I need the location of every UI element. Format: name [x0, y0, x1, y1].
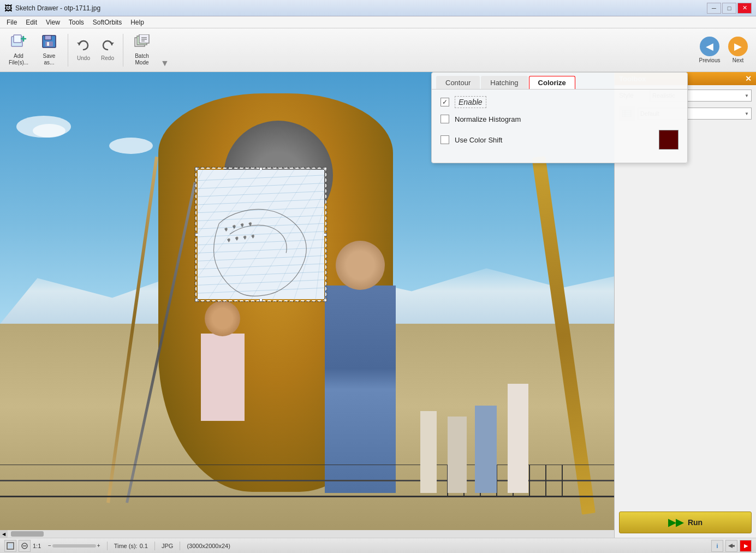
normalize-row: Normalize Histogram — [440, 115, 678, 123]
redo-icon — [101, 39, 114, 55]
person-body — [325, 286, 396, 493]
youtube-button[interactable]: ▶ — [740, 540, 752, 552]
batch-icon — [134, 34, 150, 52]
nav-area: ◀ Previous ▶ Next — [696, 32, 752, 69]
run-label: Run — [688, 518, 703, 527]
normalize-label: Normalize Histogram — [455, 115, 521, 123]
main-area: ▲ ▼ ◀ ▶ Contour Hatching Colorize — [0, 72, 756, 538]
previous-button[interactable]: ◀ Previous — [696, 32, 723, 69]
child-body — [201, 334, 245, 421]
color-shift-label: Use Color Shift — [455, 136, 502, 144]
run-button[interactable]: ▶▶ Run — [619, 512, 752, 533]
zoom-slider[interactable] — [52, 544, 96, 548]
save-icon — [41, 34, 57, 52]
menu-file[interactable]: File — [2, 17, 21, 27]
color-shift-checkbox[interactable] — [440, 135, 449, 144]
status-right-buttons: i ▶ — [711, 540, 752, 552]
svg-marker-6 — [77, 43, 81, 45]
panel-tabs: Contour Hatching Colorize — [432, 73, 687, 90]
format-value: JPG — [162, 543, 173, 549]
tab-colorize[interactable]: Colorize — [529, 76, 575, 89]
window-controls: ─ □ ✕ — [707, 3, 752, 14]
check-mark: ✓ — [442, 98, 448, 106]
title-bar: 🖼 Sketch Drawer - otp-1711.jpg ─ □ ✕ — [0, 0, 756, 16]
color-swatch[interactable] — [659, 130, 678, 150]
menu-softorbits[interactable]: SoftOrbits — [88, 17, 126, 27]
save-label: Saveas... — [43, 53, 56, 66]
time-value: 0.1 — [140, 543, 148, 549]
info-button[interactable]: i — [711, 540, 723, 552]
enable-checkbox[interactable]: ✓ — [440, 98, 449, 106]
svg-rect-54 — [8, 544, 13, 548]
next-icon: ▶ — [728, 37, 748, 56]
zoom-in-button[interactable]: + — [97, 543, 100, 549]
maximize-button[interactable]: □ — [722, 3, 736, 14]
tab-contour[interactable]: Contour — [436, 76, 480, 89]
zoom-section: 1:1 − + — [4, 540, 100, 552]
bg-person-1 — [420, 411, 437, 493]
minimize-button[interactable]: ─ — [707, 3, 721, 14]
tab-hatching[interactable]: Hatching — [481, 76, 527, 89]
person-head — [336, 241, 385, 290]
toolbar-more-arrow[interactable]: ▼ — [158, 57, 171, 69]
redo-button[interactable]: Redo — [97, 32, 118, 69]
status-divider-3 — [180, 542, 180, 550]
zoom-out-button[interactable]: − — [48, 543, 51, 549]
color-shift-row: Use Color Shift — [440, 130, 678, 150]
status-divider-2 — [154, 542, 155, 550]
child-head — [205, 301, 240, 336]
enable-label: Enable — [455, 96, 486, 108]
undo-button[interactable]: Undo — [73, 32, 94, 69]
menu-edit[interactable]: Edit — [21, 17, 41, 27]
bg-person-3 — [475, 406, 497, 493]
next-button[interactable]: ▶ Next — [724, 32, 752, 69]
next-label: Next — [733, 57, 744, 63]
toolbox-close-button[interactable]: ✕ — [745, 74, 752, 83]
colorize-panel: Contour Hatching Colorize ✓ Enable Norma… — [431, 72, 688, 163]
cloud-2 — [33, 124, 66, 138]
bg-person-4 — [508, 384, 528, 493]
gorilla-head — [224, 121, 333, 230]
status-divider-1 — [107, 542, 108, 550]
previous-icon: ◀ — [700, 37, 719, 56]
menu-help[interactable]: Help — [126, 17, 148, 27]
svg-rect-3 — [45, 35, 51, 40]
toolbox-spacer — [615, 301, 756, 508]
batch-label: BatchMode — [135, 53, 149, 66]
share-button[interactable] — [725, 540, 737, 552]
enable-row: ✓ Enable — [440, 96, 678, 108]
toolbar-sep-1 — [68, 34, 68, 67]
toolbar-sep-2 — [123, 34, 123, 67]
undo-icon — [77, 39, 90, 55]
redo-label: Redo — [101, 55, 114, 61]
zoom-controls: − + — [48, 543, 100, 549]
menu-tools[interactable]: Tools — [64, 17, 88, 27]
close-button[interactable]: ✕ — [737, 3, 752, 14]
batch-mode-button[interactable]: BatchMode — [128, 32, 156, 69]
presets-dropdown-arrow: ▼ — [745, 111, 749, 116]
scroll-left-arrow[interactable]: ◀ — [0, 530, 8, 538]
svg-rect-1 — [14, 35, 21, 43]
window-title: Sketch Drawer - otp-1711.jpg — [15, 4, 707, 12]
scroll-thumb-horizontal[interactable] — [11, 531, 44, 537]
actual-size-button[interactable] — [19, 540, 31, 552]
app-icon: 🖼 — [4, 4, 12, 13]
svg-marker-7 — [110, 43, 114, 45]
zoom-value: 1:1 — [33, 543, 46, 549]
menu-view[interactable]: View — [41, 17, 64, 27]
bg-person-2 — [448, 417, 467, 493]
save-as-button[interactable]: Saveas... — [35, 32, 63, 69]
time-label: Time (s): — [114, 543, 138, 549]
dimensions-value: (3000x2000x24) — [187, 543, 230, 549]
previous-label: Previous — [699, 57, 721, 63]
status-bar: 1:1 − + Time (s): 0.1 JPG (3000x2000x24)… — [0, 538, 756, 553]
add-files-label: AddFile(s)... — [9, 53, 28, 66]
style-dropdown-arrow: ▼ — [745, 93, 749, 98]
normalize-checkbox[interactable] — [440, 115, 449, 123]
run-icon: ▶▶ — [668, 516, 683, 528]
add-files-button[interactable]: AddFile(s)... — [4, 32, 33, 69]
menu-bar: File Edit View Tools SoftOrbits Help — [0, 16, 756, 28]
cloud-3 — [109, 138, 153, 154]
svg-rect-5 — [47, 42, 49, 46]
fit-to-screen-button[interactable] — [4, 540, 16, 552]
